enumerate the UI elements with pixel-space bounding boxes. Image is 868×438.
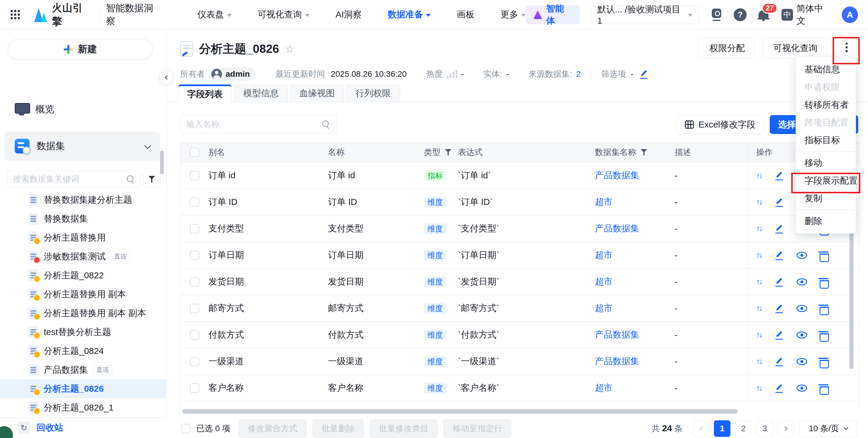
sidebar-item-recycle-bin[interactable]: ↻ 回收站 bbox=[0, 417, 166, 438]
row-checkbox[interactable] bbox=[190, 171, 199, 180]
batch-action-button[interactable]: 修改聚合方式 bbox=[239, 419, 306, 438]
column-header-alias[interactable]: 别名 bbox=[209, 147, 328, 158]
dataset-list-item[interactable]: 分析主题_0826 bbox=[0, 379, 166, 398]
sort-move-icon[interactable]: ↑↓ bbox=[756, 277, 762, 286]
sort-move-icon[interactable]: ↑↓ bbox=[756, 304, 762, 313]
delete-icon[interactable] bbox=[819, 305, 827, 313]
dataset-list-item[interactable]: 分析主题_0822 bbox=[0, 266, 166, 285]
dataset-list-item[interactable]: 分析主题_0826_1 bbox=[0, 398, 166, 417]
select-all-checkbox[interactable] bbox=[190, 148, 199, 157]
footer-select-checkbox[interactable] bbox=[181, 424, 190, 433]
menu-item[interactable]: 申请权限 bbox=[796, 78, 856, 96]
nav-menu-item[interactable]: 仪表盘 bbox=[197, 8, 232, 21]
dataset-filter-button[interactable] bbox=[144, 170, 161, 188]
page-number-button[interactable]: 1 bbox=[714, 420, 731, 437]
nav-menu-item[interactable]: 可视化查询 bbox=[258, 8, 310, 21]
nav-menu-item[interactable]: 数据准备 bbox=[388, 8, 431, 21]
sort-move-icon[interactable]: ↑↓ bbox=[756, 357, 762, 366]
batch-action-button[interactable]: 批量删除 bbox=[312, 419, 364, 438]
sort-move-icon[interactable]: ↑↓ bbox=[756, 197, 762, 207]
sidebar-item-overview[interactable]: 概览 bbox=[15, 100, 54, 118]
dataset-link[interactable]: 超市 bbox=[595, 276, 613, 288]
source-dataset-count[interactable]: 2 bbox=[576, 69, 581, 79]
notifications-bell-icon[interactable]: 27 bbox=[757, 8, 771, 22]
edit-icon[interactable] bbox=[774, 356, 784, 367]
dataset-list-item[interactable]: 产品数据集 直连 bbox=[0, 361, 166, 379]
dataset-link[interactable]: 产品数据集 bbox=[595, 355, 639, 368]
dataset-search-input[interactable] bbox=[13, 175, 123, 184]
page-number-button[interactable]: 3 bbox=[756, 420, 773, 437]
agent-button[interactable]: 智能体 bbox=[526, 5, 580, 24]
view-icon[interactable] bbox=[797, 278, 807, 285]
dataset-link[interactable]: 产品数据集 bbox=[595, 329, 639, 341]
dataset-link[interactable]: 超市 bbox=[595, 196, 613, 208]
help-icon[interactable]: ? bbox=[734, 8, 747, 21]
edit-icon[interactable] bbox=[774, 383, 784, 393]
edit-icon[interactable] bbox=[774, 304, 784, 313]
row-checkbox[interactable] bbox=[190, 330, 199, 340]
menu-item[interactable]: 复制 bbox=[796, 189, 856, 207]
edit-icon[interactable] bbox=[774, 170, 784, 181]
dataset-list-item[interactable]: 分析主题替换用 副本 bbox=[0, 285, 166, 304]
sort-move-icon[interactable]: ↑↓ bbox=[756, 251, 762, 260]
user-avatar[interactable]: A bbox=[842, 6, 858, 23]
column-header-expression[interactable]: 表达式 bbox=[458, 147, 595, 158]
page-number-button[interactable]: 2 bbox=[735, 420, 752, 437]
dataset-list-item[interactable]: test替换分析主题 bbox=[0, 322, 166, 342]
dataset-list-item[interactable]: 分析主题替换用 bbox=[0, 228, 166, 247]
language-switcher[interactable]: 中 简体中文 bbox=[781, 3, 831, 27]
project-selector[interactable]: 默认... /验收测试项目1 bbox=[590, 5, 700, 24]
page-size-selector[interactable]: 10 条/页 bbox=[799, 420, 857, 437]
delete-icon[interactable] bbox=[819, 251, 827, 260]
tab[interactable]: 字段列表 bbox=[178, 85, 232, 102]
delete-icon[interactable] bbox=[819, 384, 827, 393]
tab[interactable]: 行列权限 bbox=[346, 85, 400, 102]
sidebar-scrollbar-thumb[interactable] bbox=[160, 151, 164, 174]
row-checkbox[interactable] bbox=[190, 197, 199, 207]
dataset-filter-icon[interactable] bbox=[640, 149, 648, 156]
sort-move-icon[interactable]: ↑↓ bbox=[756, 383, 762, 393]
column-header-name[interactable]: 名称 bbox=[328, 147, 424, 158]
nav-menu-item[interactable]: 画板 bbox=[457, 8, 474, 21]
apps-grid-icon[interactable] bbox=[10, 9, 21, 20]
column-header-type[interactable]: 类型 bbox=[424, 147, 440, 158]
dataset-list-item[interactable]: 替换数据集 bbox=[0, 209, 166, 228]
tab[interactable]: 血缘视图 bbox=[290, 85, 344, 102]
column-header-dataset[interactable]: 数据集名称 bbox=[595, 147, 636, 158]
menu-item[interactable]: 指标目标 bbox=[796, 131, 856, 149]
prev-page-button[interactable] bbox=[693, 420, 709, 437]
field-search-input[interactable] bbox=[186, 120, 318, 129]
view-icon[interactable] bbox=[797, 252, 807, 259]
excel-edit-fields-button[interactable]: Excel修改字段 bbox=[676, 115, 764, 134]
dataset-link[interactable]: 产品数据集 bbox=[595, 223, 639, 234]
dataset-list-item[interactable]: 涉敏数据集测试 直连 bbox=[0, 247, 166, 266]
type-filter-icon[interactable] bbox=[445, 149, 452, 156]
batch-action-button[interactable]: 批量修改类目 bbox=[370, 419, 438, 438]
dataset-list-item[interactable]: 替换数据集建分析主题 bbox=[0, 190, 166, 209]
permission-assign-button[interactable]: 权限分配 bbox=[699, 37, 755, 59]
sort-move-icon[interactable]: ↑↓ bbox=[756, 330, 762, 339]
visual-query-button[interactable]: 可视化查询 bbox=[763, 37, 828, 59]
row-checkbox[interactable] bbox=[190, 304, 199, 313]
row-checkbox[interactable] bbox=[190, 383, 199, 393]
new-button[interactable]: 新建 bbox=[8, 39, 153, 59]
sort-move-icon[interactable]: ↑↓ bbox=[756, 224, 762, 233]
column-header-description[interactable]: 描述 bbox=[675, 147, 748, 158]
edit-icon[interactable] bbox=[774, 330, 784, 340]
view-icon[interactable] bbox=[797, 305, 807, 312]
dataset-link[interactable]: 超市 bbox=[595, 382, 613, 394]
dataset-list-item[interactable]: 分析主题替换用 副本 副本 bbox=[0, 304, 166, 322]
view-icon[interactable] bbox=[797, 384, 807, 392]
next-page-button[interactable] bbox=[778, 420, 794, 437]
dataset-link[interactable]: 产品数据集 bbox=[595, 169, 639, 182]
horizontal-scrollbar-thumb[interactable] bbox=[182, 409, 738, 414]
menu-item[interactable]: 基础信息 bbox=[796, 61, 856, 78]
view-icon[interactable] bbox=[797, 332, 807, 339]
edit-icon[interactable] bbox=[774, 277, 784, 287]
nav-menu-item[interactable]: 更多 bbox=[500, 8, 526, 21]
sidebar-collapse-handle[interactable] bbox=[159, 70, 173, 85]
row-checkbox[interactable] bbox=[190, 224, 199, 233]
row-checkbox[interactable] bbox=[190, 357, 199, 366]
nav-menu-item[interactable]: AI洞察 bbox=[336, 8, 362, 21]
edit-icon[interactable] bbox=[774, 250, 784, 260]
